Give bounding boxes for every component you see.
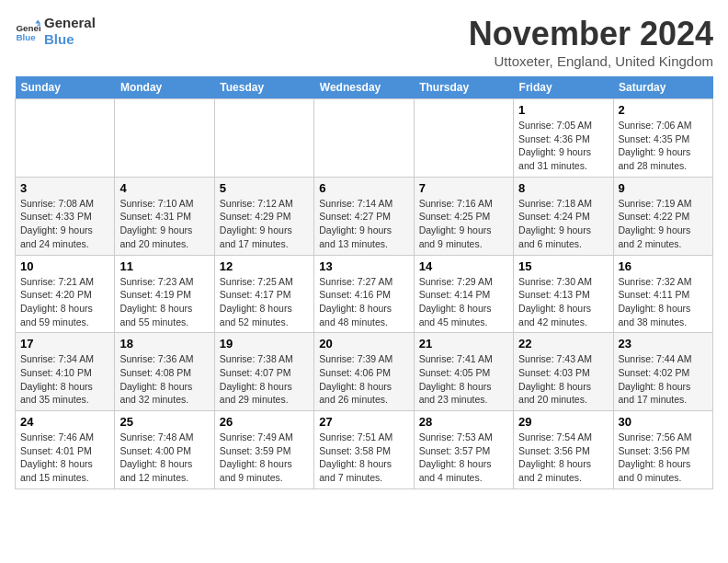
day-number: 1 [518, 103, 608, 117]
day-info: Sunrise: 7:43 AM Sunset: 4:03 PM Dayligh… [518, 352, 608, 407]
day-info: Sunrise: 7:10 AM Sunset: 4:31 PM Dayligh… [119, 197, 209, 251]
day-info: Sunrise: 7:51 AM Sunset: 3:58 PM Dayligh… [319, 431, 408, 485]
calendar-table: SundayMondayTuesdayWednesdayThursdayFrid… [15, 76, 713, 489]
calendar-cell: 16Sunrise: 7:32 AM Sunset: 4:11 PM Dayli… [613, 255, 712, 333]
calendar-cell: 4Sunrise: 7:10 AM Sunset: 4:31 PM Daylig… [115, 177, 214, 255]
calendar-cell: 21Sunrise: 7:41 AM Sunset: 4:05 PM Dayli… [414, 333, 513, 411]
calendar-cell: 24Sunrise: 7:46 AM Sunset: 4:01 PM Dayli… [16, 411, 115, 489]
day-number: 27 [319, 415, 408, 429]
calendar-cell: 14Sunrise: 7:29 AM Sunset: 4:14 PM Dayli… [414, 255, 513, 333]
day-info: Sunrise: 7:18 AM Sunset: 4:24 PM Dayligh… [518, 197, 608, 251]
calendar-cell: 25Sunrise: 7:48 AM Sunset: 4:00 PM Dayli… [115, 411, 214, 489]
week-row-5: 24Sunrise: 7:46 AM Sunset: 4:01 PM Dayli… [16, 411, 713, 489]
day-info: Sunrise: 7:25 AM Sunset: 4:17 PM Dayligh… [220, 275, 309, 329]
calendar-cell: 20Sunrise: 7:39 AM Sunset: 4:06 PM Dayli… [314, 333, 414, 411]
calendar-cell: 6Sunrise: 7:14 AM Sunset: 4:27 PM Daylig… [314, 177, 414, 255]
week-row-3: 10Sunrise: 7:21 AM Sunset: 4:20 PM Dayli… [16, 255, 713, 333]
day-info: Sunrise: 7:48 AM Sunset: 4:00 PM Dayligh… [119, 431, 209, 485]
day-number: 7 [419, 181, 508, 195]
day-number: 10 [20, 259, 109, 273]
day-number: 8 [518, 181, 608, 195]
day-info: Sunrise: 7:23 AM Sunset: 4:19 PM Dayligh… [119, 275, 209, 329]
day-number: 13 [319, 259, 408, 273]
day-info: Sunrise: 7:08 AM Sunset: 4:33 PM Dayligh… [20, 197, 109, 251]
day-number: 21 [419, 337, 508, 350]
calendar-cell: 5Sunrise: 7:12 AM Sunset: 4:29 PM Daylig… [214, 177, 313, 255]
day-info: Sunrise: 7:05 AM Sunset: 4:36 PM Dayligh… [518, 119, 608, 173]
day-info: Sunrise: 7:54 AM Sunset: 3:56 PM Dayligh… [518, 431, 608, 485]
logo-icon: General Blue [15, 18, 40, 44]
day-info: Sunrise: 7:56 AM Sunset: 3:56 PM Dayligh… [619, 431, 708, 485]
weekday-header-saturday: Saturday [613, 76, 712, 99]
weekday-header-friday: Friday [514, 76, 613, 99]
svg-text:Blue: Blue [16, 32, 36, 42]
calendar-cell: 9Sunrise: 7:19 AM Sunset: 4:22 PM Daylig… [613, 177, 712, 255]
logo-blue: Blue [44, 31, 96, 48]
day-number: 15 [518, 259, 608, 273]
weekday-header-tuesday: Tuesday [214, 76, 313, 99]
day-number: 29 [518, 415, 608, 429]
day-info: Sunrise: 7:32 AM Sunset: 4:11 PM Dayligh… [619, 275, 708, 329]
day-number: 18 [119, 337, 209, 350]
location-title: Uttoxeter, England, United Kingdom [469, 53, 713, 69]
calendar-cell: 13Sunrise: 7:27 AM Sunset: 4:16 PM Dayli… [314, 255, 414, 333]
day-number: 19 [220, 337, 309, 350]
calendar-cell: 18Sunrise: 7:36 AM Sunset: 4:08 PM Dayli… [115, 333, 214, 411]
weekday-header-sunday: Sunday [16, 76, 115, 99]
calendar-cell: 3Sunrise: 7:08 AM Sunset: 4:33 PM Daylig… [16, 177, 115, 255]
day-number: 28 [419, 415, 508, 429]
calendar-cell: 2Sunrise: 7:06 AM Sunset: 4:35 PM Daylig… [613, 99, 712, 178]
day-info: Sunrise: 7:46 AM Sunset: 4:01 PM Dayligh… [20, 431, 109, 485]
day-number: 9 [619, 181, 708, 195]
day-number: 25 [119, 415, 209, 429]
calendar-cell: 26Sunrise: 7:49 AM Sunset: 3:59 PM Dayli… [214, 411, 313, 489]
logo: General Blue General Blue [15, 15, 96, 48]
calendar-cell: 17Sunrise: 7:34 AM Sunset: 4:10 PM Dayli… [16, 333, 115, 411]
logo-general: General [44, 15, 96, 31]
day-info: Sunrise: 7:21 AM Sunset: 4:20 PM Dayligh… [20, 275, 109, 329]
day-info: Sunrise: 7:29 AM Sunset: 4:14 PM Dayligh… [419, 275, 508, 329]
week-row-2: 3Sunrise: 7:08 AM Sunset: 4:33 PM Daylig… [16, 177, 713, 255]
calendar-cell: 7Sunrise: 7:16 AM Sunset: 4:25 PM Daylig… [414, 177, 513, 255]
day-number: 11 [119, 259, 209, 273]
day-info: Sunrise: 7:38 AM Sunset: 4:07 PM Dayligh… [220, 352, 309, 407]
weekday-header-wednesday: Wednesday [314, 76, 414, 99]
week-row-1: 1Sunrise: 7:05 AM Sunset: 4:36 PM Daylig… [16, 99, 713, 178]
day-number: 5 [220, 181, 309, 195]
day-info: Sunrise: 7:14 AM Sunset: 4:27 PM Dayligh… [319, 197, 408, 251]
calendar-cell: 27Sunrise: 7:51 AM Sunset: 3:58 PM Dayli… [314, 411, 414, 489]
day-info: Sunrise: 7:36 AM Sunset: 4:08 PM Dayligh… [119, 352, 209, 407]
day-number: 23 [619, 337, 708, 350]
svg-marker-2 [35, 19, 40, 23]
calendar-cell: 15Sunrise: 7:30 AM Sunset: 4:13 PM Dayli… [514, 255, 613, 333]
day-number: 3 [20, 181, 109, 195]
day-number: 17 [20, 337, 109, 350]
calendar-cell [214, 99, 313, 178]
title-area: November 2024 Uttoxeter, England, United… [469, 15, 713, 69]
day-number: 12 [220, 259, 309, 273]
calendar-cell: 28Sunrise: 7:53 AM Sunset: 3:57 PM Dayli… [414, 411, 513, 489]
weekday-header-row: SundayMondayTuesdayWednesdayThursdayFrid… [16, 76, 713, 99]
day-info: Sunrise: 7:06 AM Sunset: 4:35 PM Dayligh… [619, 119, 708, 173]
day-info: Sunrise: 7:41 AM Sunset: 4:05 PM Dayligh… [419, 352, 508, 407]
day-number: 26 [220, 415, 309, 429]
day-number: 14 [419, 259, 508, 273]
day-info: Sunrise: 7:27 AM Sunset: 4:16 PM Dayligh… [319, 275, 408, 329]
calendar-cell: 12Sunrise: 7:25 AM Sunset: 4:17 PM Dayli… [214, 255, 313, 333]
calendar-cell: 23Sunrise: 7:44 AM Sunset: 4:02 PM Dayli… [613, 333, 712, 411]
day-info: Sunrise: 7:49 AM Sunset: 3:59 PM Dayligh… [220, 431, 309, 485]
day-info: Sunrise: 7:19 AM Sunset: 4:22 PM Dayligh… [619, 197, 708, 251]
calendar-cell [314, 99, 414, 178]
calendar-cell: 30Sunrise: 7:56 AM Sunset: 3:56 PM Dayli… [613, 411, 712, 489]
calendar-cell: 29Sunrise: 7:54 AM Sunset: 3:56 PM Dayli… [514, 411, 613, 489]
day-number: 20 [319, 337, 408, 350]
day-info: Sunrise: 7:53 AM Sunset: 3:57 PM Dayligh… [419, 431, 508, 485]
calendar-cell [115, 99, 214, 178]
day-number: 2 [619, 103, 708, 117]
day-number: 6 [319, 181, 408, 195]
day-info: Sunrise: 7:12 AM Sunset: 4:29 PM Dayligh… [220, 197, 309, 251]
day-info: Sunrise: 7:39 AM Sunset: 4:06 PM Dayligh… [319, 352, 408, 407]
weekday-header-monday: Monday [115, 76, 214, 99]
week-row-4: 17Sunrise: 7:34 AM Sunset: 4:10 PM Dayli… [16, 333, 713, 411]
calendar-cell: 19Sunrise: 7:38 AM Sunset: 4:07 PM Dayli… [214, 333, 313, 411]
